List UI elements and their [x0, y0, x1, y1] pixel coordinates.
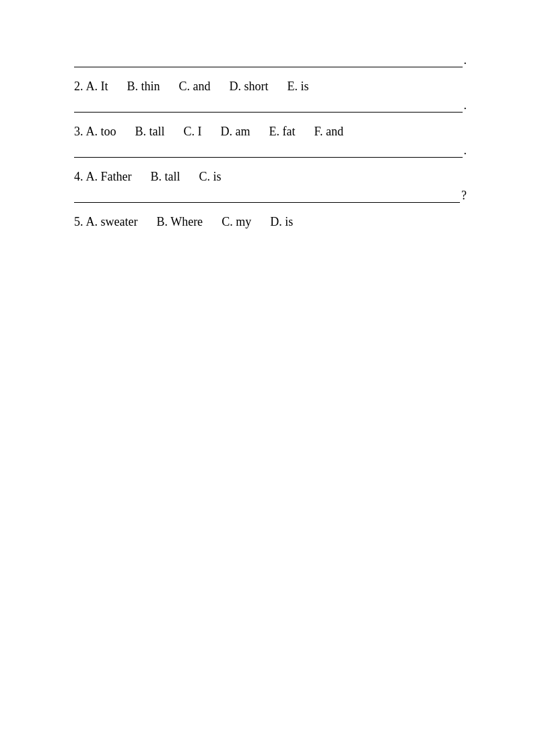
option-4-c: C. is [199, 170, 221, 184]
option-2-c: C. and [179, 80, 211, 94]
option-2-e: E. is [288, 80, 309, 94]
answer-line-row-3: . [74, 99, 467, 113]
option-4-b: B. tall [150, 170, 180, 184]
option-2-b: B. thin [127, 80, 160, 94]
answer-line-3 [74, 99, 463, 113]
answer-line-2 [74, 54, 463, 67]
question-3: . 3. A. too B. tall C. I D. am E. fat F.… [74, 99, 467, 139]
question-num-4: 4. [74, 170, 84, 184]
option-3-f: F. and [314, 125, 343, 139]
option-5-c: C. my [222, 215, 251, 229]
option-3-e: E. fat [269, 125, 296, 139]
question-2: . 2. A. It B. thin C. and D. short E. is [74, 54, 467, 94]
end-mark-2: . [464, 54, 467, 67]
option-3-a: A. too [86, 125, 116, 139]
question-num-3: 3. [74, 125, 84, 139]
option-3-c: C. I [184, 125, 202, 139]
question-4: . 4. A. Father B. tall C. is [74, 144, 467, 184]
options-row-2: 2. A. It B. thin C. and D. short E. is [74, 80, 467, 94]
option-3-b: B. tall [135, 125, 165, 139]
option-3-d: D. am [221, 125, 251, 139]
end-mark-5: ? [461, 189, 467, 203]
question-num-5: 5. [74, 215, 84, 229]
option-2-d: D. short [230, 80, 269, 94]
option-4-a: A. Father [86, 170, 132, 184]
options-row-3: 3. A. too B. tall C. I D. am E. fat F. a… [74, 125, 467, 139]
answer-line-4 [74, 144, 463, 158]
answer-line-row-2: . [74, 54, 467, 67]
question-num-2: 2. [74, 80, 84, 94]
option-2-a: A. It [86, 80, 108, 94]
options-row-4: 4. A. Father B. tall C. is [74, 170, 467, 184]
page: . 2. A. It B. thin C. and D. short E. is… [0, 0, 534, 756]
answer-line-row-4: . [74, 144, 467, 158]
option-5-b: B. Where [156, 215, 203, 229]
question-5: ? 5. A. sweater B. Where C. my D. is [74, 189, 467, 229]
option-5-d: D. is [270, 215, 293, 229]
options-row-5: 5. A. sweater B. Where C. my D. is [74, 215, 467, 229]
answer-line-row-5: ? [74, 189, 467, 203]
end-mark-4: . [464, 144, 467, 158]
end-mark-3: . [464, 99, 467, 113]
option-5-a: A. sweater [86, 215, 138, 229]
answer-line-5 [74, 189, 460, 203]
